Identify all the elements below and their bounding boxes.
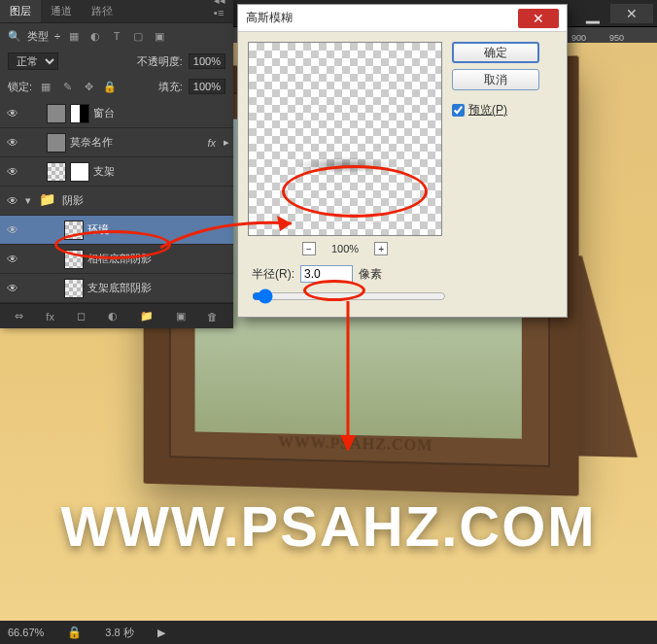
filter-adjust-icon[interactable]: ◐ <box>87 28 103 44</box>
minimize-button[interactable]: ▁ <box>579 4 606 23</box>
expand-icon[interactable]: ▾ <box>25 194 31 207</box>
fill-value[interactable]: 100% <box>189 79 225 94</box>
lock-pixels-icon[interactable]: ✎ <box>59 79 75 94</box>
status-time: 3.8 秒 <box>105 626 133 640</box>
ruler-horizontal: 900950 <box>560 27 657 43</box>
folder-icon: 📁 <box>39 191 58 211</box>
opacity-value[interactable]: 100% <box>189 53 225 69</box>
filter-type-icon[interactable]: T <box>109 28 124 44</box>
zoom-in-button[interactable]: + <box>374 242 388 255</box>
radius-label: 半径(R): <box>252 266 294 283</box>
fill-label: 填充: <box>158 80 183 94</box>
layer-row[interactable]: 👁 支架 <box>0 157 233 186</box>
new-group-icon[interactable]: 📁 <box>140 310 154 322</box>
radius-unit: 像素 <box>359 266 382 283</box>
layer-row-folder[interactable]: 👁 ▾ 📁 阴影 <box>0 186 233 216</box>
tab-layers[interactable]: 图层 <box>0 0 41 22</box>
link-layers-icon[interactable]: ⇔ <box>15 310 23 322</box>
layer-fx-icon[interactable]: fx <box>46 311 54 322</box>
filter-smart-icon[interactable]: ▣ <box>152 28 167 44</box>
preview-area[interactable] <box>248 42 442 236</box>
status-zoom: 66.67% <box>8 627 44 638</box>
radius-slider[interactable] <box>252 288 446 304</box>
lock-transparent-icon[interactable]: ▦ <box>38 79 53 94</box>
lock-label: 锁定: <box>8 80 32 94</box>
visibility-icon[interactable]: 👁 <box>4 165 21 179</box>
ok-button[interactable]: 确定 <box>452 42 539 63</box>
zoom-out-button[interactable]: − <box>302 242 316 255</box>
layer-list: 👁 窗台 👁 莫奈名作 fx▸ 👁 支架 👁 ▾ 📁 阴影 👁 <box>0 99 233 303</box>
tab-channels[interactable]: 通道 <box>41 0 82 22</box>
filter-shape-icon[interactable]: ▢ <box>130 28 146 44</box>
lock-all-icon[interactable]: 🔒 <box>102 79 118 94</box>
layers-panel-footer: ⇔ fx ◻ ◐ 📁 ▣ 🗑 <box>0 303 233 328</box>
status-bar: 66.67% 🔒 3.8 秒 ▶ <box>0 621 657 644</box>
visibility-icon[interactable]: 👁 <box>4 253 21 266</box>
dropdown-icon[interactable]: ÷ <box>54 30 60 42</box>
filter-icon[interactable]: 🔍 <box>8 30 21 43</box>
filter-type-label: 类型 <box>27 29 49 44</box>
preview-content <box>278 154 412 176</box>
layer-mask-icon[interactable]: ◻ <box>77 310 86 322</box>
frame-watermark: WWW.PSAHZ.COM <box>278 433 432 455</box>
tab-paths[interactable]: 路径 <box>82 0 122 22</box>
opacity-label: 不透明度: <box>137 54 183 69</box>
close-app-button[interactable]: ✕ <box>610 4 653 23</box>
zoom-value: 100% <box>331 243 359 254</box>
fx-badge[interactable]: fx <box>207 137 216 149</box>
gaussian-blur-dialog: 高斯模糊 ✕ − 100% + 确定 取消 预览(P) 半径(R): 像素 <box>237 4 568 318</box>
visibility-icon[interactable]: 👁 <box>4 282 21 295</box>
blend-mode-select[interactable]: 正常 <box>8 52 58 70</box>
visibility-icon[interactable]: 👁 <box>4 136 21 150</box>
delete-layer-icon[interactable]: 🗑 <box>207 311 218 322</box>
preview-checkbox-label[interactable]: 预览(P) <box>452 102 539 119</box>
dialog-close-button[interactable]: ✕ <box>518 9 559 28</box>
page-watermark: WWW.PSAHZ.COM <box>60 493 596 559</box>
dialog-title-bar[interactable]: 高斯模糊 ✕ <box>238 5 567 32</box>
layer-row[interactable]: 👁 莫奈名作 fx▸ <box>0 128 233 157</box>
filter-pixel-icon[interactable]: ▦ <box>66 28 82 44</box>
layer-row-selected[interactable]: 👁 环境 <box>0 216 233 245</box>
chevron-right-icon[interactable]: ▶ <box>157 627 165 639</box>
layers-panel: 图层 通道 路径 ◂◂▪≡ 🔍 类型 ÷ ▦ ◐ T ▢ ▣ 正常 不透明度: … <box>0 0 233 328</box>
cancel-button[interactable]: 取消 <box>452 69 539 90</box>
new-layer-icon[interactable]: ▣ <box>176 310 186 322</box>
radius-input[interactable] <box>300 265 353 283</box>
visibility-icon[interactable]: 👁 <box>4 223 21 237</box>
adjustment-layer-icon[interactable]: ◐ <box>108 310 118 322</box>
lock-icon: 🔒 <box>67 626 82 639</box>
layer-row[interactable]: 👁 相框底部阴影 <box>0 245 233 274</box>
layer-row[interactable]: 👁 支架底部阴影 <box>0 274 233 303</box>
visibility-icon[interactable]: 👁 <box>4 107 21 120</box>
panel-menu-icon[interactable]: ◂◂▪≡ <box>206 0 233 22</box>
lock-position-icon[interactable]: ✥ <box>81 79 96 94</box>
visibility-icon[interactable]: 👁 <box>4 194 21 208</box>
preview-checkbox[interactable] <box>452 104 465 117</box>
dialog-title: 高斯模糊 <box>246 10 518 26</box>
layer-row[interactable]: 👁 窗台 <box>0 99 233 128</box>
